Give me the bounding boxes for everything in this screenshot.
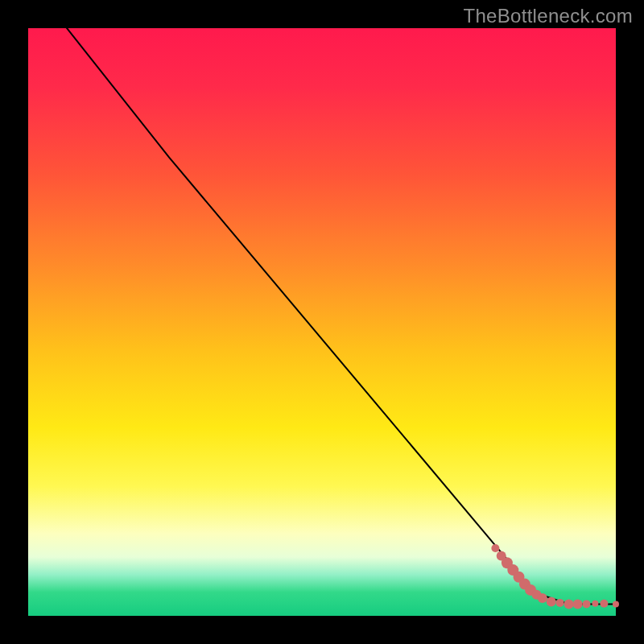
data-point <box>592 601 598 607</box>
data-point <box>491 544 499 552</box>
watermark-text: TheBottleneck.com <box>463 5 633 27</box>
data-point <box>556 599 564 607</box>
data-points <box>491 544 619 609</box>
data-point <box>583 600 591 608</box>
data-point <box>547 597 556 607</box>
chart-plot <box>28 28 616 616</box>
data-point <box>538 593 547 603</box>
data-point <box>564 599 574 609</box>
data-point <box>600 600 608 608</box>
data-point <box>613 601 619 607</box>
data-point <box>573 599 583 609</box>
bottleneck-curve <box>58 16 617 604</box>
